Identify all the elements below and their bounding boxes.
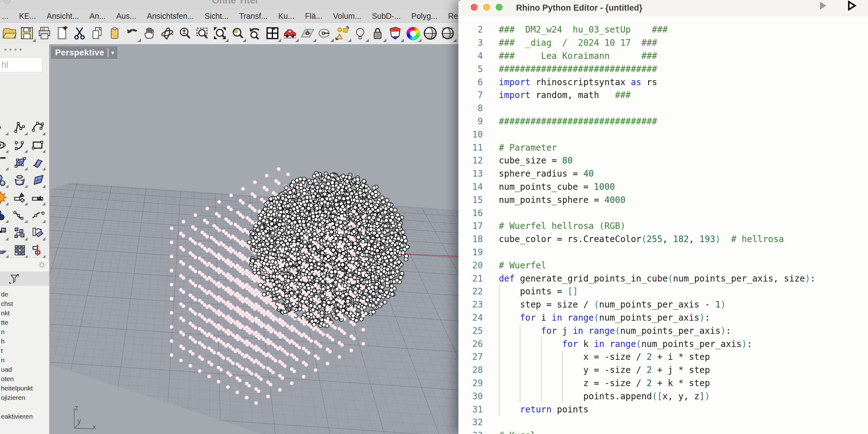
gear-icon[interactable] xyxy=(37,260,46,270)
code-line-3[interactable]: 3### _diag / 2024 10 17 ### xyxy=(458,36,868,50)
revolve-icon[interactable] xyxy=(13,173,27,187)
curve-blend-icon[interactable] xyxy=(13,208,27,222)
code-line-22[interactable]: 22 points = [] xyxy=(458,285,868,298)
menu-item-2[interactable]: Ansicht... xyxy=(46,11,79,21)
circle-2-icon[interactable] xyxy=(0,208,7,222)
named-cplane-icon[interactable] xyxy=(317,26,333,41)
cplane-icon[interactable] xyxy=(300,26,315,41)
trim-icon[interactable] xyxy=(31,243,44,257)
menu-item-10[interactable]: Volum... xyxy=(333,11,361,21)
rectangle-icon[interactable] xyxy=(31,138,44,152)
menu-item-9[interactable]: Flä... xyxy=(305,11,322,21)
code-line-18[interactable]: 18cube_color = rs.CreateColor(255, 182, … xyxy=(458,232,868,246)
menu-item-8[interactable]: Ku... xyxy=(278,11,294,21)
command-search-input[interactable] xyxy=(0,57,42,72)
osnap-item-uad[interactable]: uad xyxy=(0,365,49,374)
code-line-17[interactable]: 17# Wuerfel hellrosa (RGB) xyxy=(458,219,868,232)
surface-curved-icon[interactable] xyxy=(31,156,44,169)
display-mode-icon[interactable] xyxy=(388,26,403,41)
curve-interpolate-icon[interactable] xyxy=(31,121,44,134)
polyline-icon[interactable] xyxy=(13,121,27,134)
filter-funnel-icon[interactable] xyxy=(9,273,20,284)
osnap-item-n[interactable]: n xyxy=(0,355,49,365)
code-line-32[interactable]: 32 xyxy=(458,416,868,429)
menu-item-7[interactable]: Transf... xyxy=(239,11,268,21)
cut-icon[interactable] xyxy=(72,26,87,41)
code-line-11[interactable]: 11# Parameter xyxy=(458,141,868,154)
code-line-19[interactable]: 19 xyxy=(458,246,868,259)
osnap-item-eaktivieren[interactable]: eaktivieren xyxy=(0,412,49,421)
window-control-button[interactable] xyxy=(3,0,11,4)
code-line-29[interactable]: 29 z = -size / 2 + k * step xyxy=(458,377,868,390)
code-line-21[interactable]: 21def generate_grid_points_in_cube(num_p… xyxy=(458,272,868,285)
close-button[interactable] xyxy=(471,4,477,11)
menu-item-11[interactable]: SubD-... xyxy=(372,11,401,21)
export-page-icon[interactable] xyxy=(55,26,69,41)
minimize-button[interactable] xyxy=(483,4,490,11)
save-icon[interactable] xyxy=(20,26,34,41)
code-line-24[interactable]: 24 for i in range(num_points_per_axis): xyxy=(458,311,868,324)
debug-run-icon[interactable] xyxy=(846,1,857,11)
code-line-8[interactable]: 8 xyxy=(458,102,868,115)
orient-icon[interactable] xyxy=(31,226,44,240)
car-icon[interactable] xyxy=(282,26,298,41)
menu-item-5[interactable]: Ansichtsfen... xyxy=(147,11,194,21)
extrude-icon[interactable] xyxy=(0,243,7,257)
code-line-13[interactable]: 13sphere_radius = 40 xyxy=(458,167,868,180)
osnap-item-t[interactable]: t xyxy=(0,346,49,355)
fillet-surface-icon[interactable] xyxy=(13,191,27,205)
code-line-25[interactable]: 25 for j in range(num_points_per_axis): xyxy=(458,324,868,337)
panel-drag-handle[interactable] xyxy=(4,49,22,51)
osnap-item-h[interactable]: h xyxy=(0,337,49,346)
rotate-view-icon[interactable] xyxy=(160,26,175,41)
code-line-12[interactable]: 12cube_size = 80 xyxy=(458,154,868,167)
zoom-selected-icon[interactable] xyxy=(230,26,245,41)
surface-patch-icon[interactable] xyxy=(31,173,44,187)
run-script-icon[interactable] xyxy=(817,1,829,11)
code-line-28[interactable]: 28 y = -size / 2 + j * step xyxy=(458,364,868,377)
code-line-27[interactable]: 27 x = -size / 2 + i * step xyxy=(458,350,868,364)
copy-icon[interactable] xyxy=(90,26,104,41)
code-line-7[interactable]: 7import random, math ### xyxy=(458,89,868,102)
code-line-26[interactable]: 26 for k in range(num_points_per_axis): xyxy=(458,337,868,350)
point-icon[interactable] xyxy=(0,121,7,134)
hide-objects-icon[interactable] xyxy=(352,26,368,41)
lock-objects-icon[interactable] xyxy=(370,26,385,41)
code-line-23[interactable]: 23 step = size / (num_points_per_axis - … xyxy=(458,298,868,311)
code-line-14[interactable]: 14num_points_cube = 1000 xyxy=(458,180,868,193)
osnap-item-n[interactable]: n xyxy=(0,327,49,337)
perspective-viewport[interactable]: Perspektive ▾ z y x xyxy=(49,44,459,434)
zoom-extents-icon[interactable] xyxy=(212,26,227,41)
code-line-9[interactable]: 9############################## xyxy=(458,115,868,128)
maximize-button[interactable] xyxy=(496,4,503,11)
paste-icon[interactable] xyxy=(107,26,122,41)
corner-arc-icon[interactable] xyxy=(0,156,7,169)
code-line-31[interactable]: 31 return points xyxy=(458,403,868,416)
selection-filter-icon[interactable] xyxy=(335,26,350,41)
sphere-solid-icon[interactable] xyxy=(0,173,7,187)
code-line-33[interactable]: 33# Kugel xyxy=(458,429,868,434)
code-line-15[interactable]: 15num_points_sphere = 4000 xyxy=(458,193,868,206)
code-line-10[interactable]: 10 xyxy=(458,128,868,141)
ellipse-icon[interactable] xyxy=(0,138,7,152)
menu-item-0[interactable]: ... xyxy=(2,11,8,21)
zoom-window-icon[interactable] xyxy=(195,26,210,41)
view-undo-icon[interactable] xyxy=(247,26,262,41)
arc-icon[interactable] xyxy=(13,138,27,152)
menu-item-1[interactable]: KE... xyxy=(19,11,36,21)
chevron-down-icon[interactable]: ▾ xyxy=(111,49,114,56)
code-line-6[interactable]: 6import rhinoscriptsyntax as rs xyxy=(458,75,868,89)
pan-hand-icon[interactable] xyxy=(142,26,157,41)
copy-objects-icon[interactable] xyxy=(13,226,27,240)
surface-3pt-icon[interactable] xyxy=(13,156,27,169)
osnap-item-oten[interactable]: oten xyxy=(0,374,49,383)
osnap-item-ojizieren[interactable]: ojizieren xyxy=(0,393,49,402)
render-sphere-icon[interactable] xyxy=(423,26,438,41)
move-icon[interactable] xyxy=(0,226,7,240)
undo-icon[interactable] xyxy=(125,26,140,41)
render-sphere-wire-icon[interactable] xyxy=(440,26,455,41)
curve-extend-icon[interactable] xyxy=(31,208,44,222)
code-line-16[interactable]: 16 xyxy=(458,206,868,219)
zoom-dynamic-icon[interactable] xyxy=(177,26,192,41)
viewport-tab-perspective[interactable]: Perspektive ▾ xyxy=(51,46,117,59)
